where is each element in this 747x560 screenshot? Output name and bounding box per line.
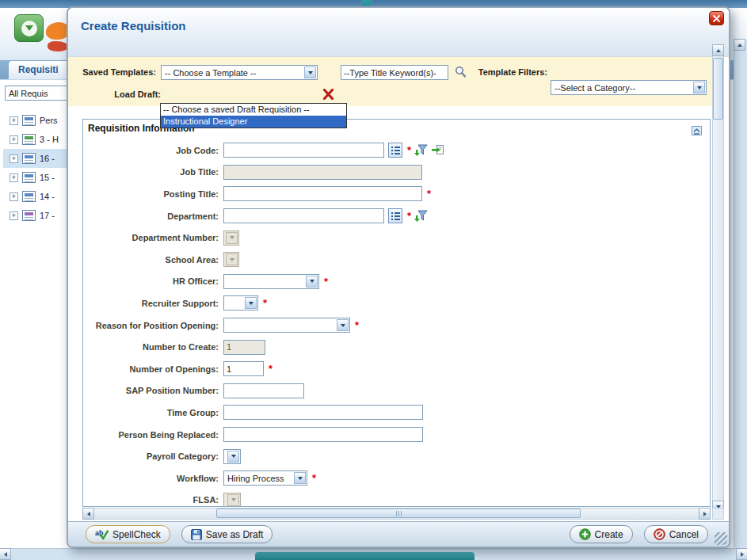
chevron-down-icon[interactable] [337, 319, 349, 331]
expand-icon[interactable]: + [10, 116, 18, 125]
clear-draft-icon[interactable] [322, 89, 334, 100]
page-vertical-scrollbar[interactable] [734, 40, 747, 548]
tree-item-label: Pers [40, 116, 58, 125]
field-label: Payroll Category: [83, 451, 223, 461]
category-filter-dropdown[interactable]: --Select a Category-- [551, 80, 707, 95]
field-label: Posting Title: [83, 189, 223, 199]
field-dropdown[interactable]: Hiring Process [223, 470, 307, 486]
expand-icon[interactable]: + [10, 154, 18, 163]
field-dropdown[interactable] [223, 295, 258, 310]
field-controls [223, 340, 265, 355]
field-controls: * [223, 295, 267, 310]
field-input[interactable] [223, 361, 264, 376]
field-controls [223, 252, 239, 267]
dialog-horizontal-scrollbar[interactable] [82, 508, 711, 520]
scroll-up-icon[interactable] [712, 44, 724, 56]
required-asterisk: * [355, 319, 359, 331]
screen: Requisiti All Requis +Pers+3 - H+16 -+15… [0, 0, 747, 560]
field-label: Workflow: [83, 474, 223, 483]
field-controls: Hiring Process* [223, 470, 316, 486]
required-asterisk: * [407, 210, 411, 222]
field-label: Department Number: [83, 233, 223, 242]
assign-icon[interactable] [431, 144, 444, 156]
template-filters-label: Template Filters: [471, 67, 547, 77]
required-asterisk: * [407, 144, 411, 156]
expand-icon[interactable]: + [10, 173, 18, 182]
button-label: SpellCheck [112, 529, 161, 540]
export-button[interactable] [14, 14, 44, 42]
expand-icon[interactable]: + [10, 211, 18, 220]
field-input[interactable] [223, 383, 304, 398]
field-controls: * [223, 143, 444, 158]
field-controls [223, 230, 239, 246]
filter-add-icon[interactable] [414, 210, 428, 223]
svg-text:ab: ab [95, 529, 104, 537]
field-input[interactable] [223, 427, 423, 442]
field-label: Job Title: [83, 167, 223, 177]
chevron-down-icon[interactable] [693, 82, 705, 93]
form-row: FLSA: [83, 490, 710, 508]
dialog-header: Create Requisition [68, 8, 729, 57]
field-input[interactable] [223, 405, 423, 420]
field-controls: * [223, 208, 428, 223]
field-input[interactable] [223, 143, 384, 158]
create-button[interactable]: Create [570, 525, 633, 543]
form-row: Posting Title:* [83, 183, 710, 205]
vertical-scroll-thumb[interactable] [713, 58, 723, 120]
scroll-up-icon[interactable] [734, 39, 745, 51]
expand-icon[interactable]: + [10, 192, 18, 201]
collapse-panel-icon[interactable] [692, 126, 702, 135]
chevron-down-icon[interactable] [294, 472, 306, 484]
chevron-down-icon[interactable] [304, 67, 316, 78]
save-icon [191, 529, 202, 540]
requisition-doc-icon [22, 153, 36, 164]
save-as-draft-button[interactable]: Save as Draft [181, 525, 273, 543]
field-dropdown[interactable] [223, 449, 241, 464]
field-dropdown[interactable] [223, 274, 319, 289]
field-controls: * [223, 318, 359, 333]
chevron-down-icon[interactable] [227, 451, 239, 463]
title-keyword-input[interactable] [341, 65, 448, 80]
close-button[interactable] [709, 11, 724, 25]
field-controls [223, 493, 241, 507]
brand-logo-fragment [48, 41, 68, 51]
field-label: Number of Openings: [83, 364, 223, 374]
cancel-button[interactable]: Cancel [644, 525, 708, 543]
field-dropdown [223, 230, 239, 246]
requisition-doc-icon [22, 172, 36, 183]
dialog-vertical-scrollbar[interactable] [712, 44, 724, 512]
search-icon[interactable] [454, 66, 467, 78]
scroll-left-icon[interactable] [82, 508, 94, 520]
list-picker-button[interactable] [388, 143, 402, 158]
scroll-left-icon[interactable] [0, 548, 11, 560]
cancel-icon [654, 528, 665, 540]
tree-item-label: 3 - H [40, 135, 59, 144]
expand-icon[interactable]: + [10, 135, 18, 144]
chevron-down-icon [227, 494, 239, 506]
field-input[interactable] [223, 186, 422, 201]
chevron-down-icon[interactable] [306, 276, 318, 288]
field-dropdown[interactable] [223, 318, 350, 333]
requisition-information-panel: Requisition Information Job Code:*Job Ti… [82, 119, 711, 507]
horizontal-scroll-thumb[interactable] [216, 509, 581, 518]
field-input[interactable] [223, 208, 384, 223]
field-dropdown [223, 493, 241, 507]
dropdown-option[interactable]: Instructional Designer [161, 116, 346, 128]
dropdown-option[interactable]: -- Choose a saved Draft Requisition -- [161, 104, 346, 116]
field-label: Person Being Replaced: [83, 430, 223, 440]
form-row: Person Being Replaced: [83, 424, 710, 446]
scroll-right-icon[interactable] [736, 548, 747, 560]
export-icon [21, 21, 37, 36]
field-label: Time Group: [83, 408, 223, 417]
resize-grip[interactable] [715, 532, 727, 545]
dropdown-value: --Select a Category-- [555, 83, 692, 93]
spellcheck-button[interactable]: ab SpellCheck [86, 525, 170, 543]
chevron-down-icon[interactable] [245, 297, 257, 309]
scroll-right-icon[interactable] [699, 508, 711, 520]
filter-add-icon[interactable] [414, 144, 428, 157]
form-row: Number to Create: [83, 336, 710, 358]
create-requisition-dialog: Create Requisition Saved Templates: -- C… [67, 6, 730, 548]
list-picker-button[interactable] [388, 208, 402, 223]
saved-templates-dropdown[interactable]: -- Choose a Template -- [161, 65, 318, 80]
close-icon [713, 15, 720, 22]
